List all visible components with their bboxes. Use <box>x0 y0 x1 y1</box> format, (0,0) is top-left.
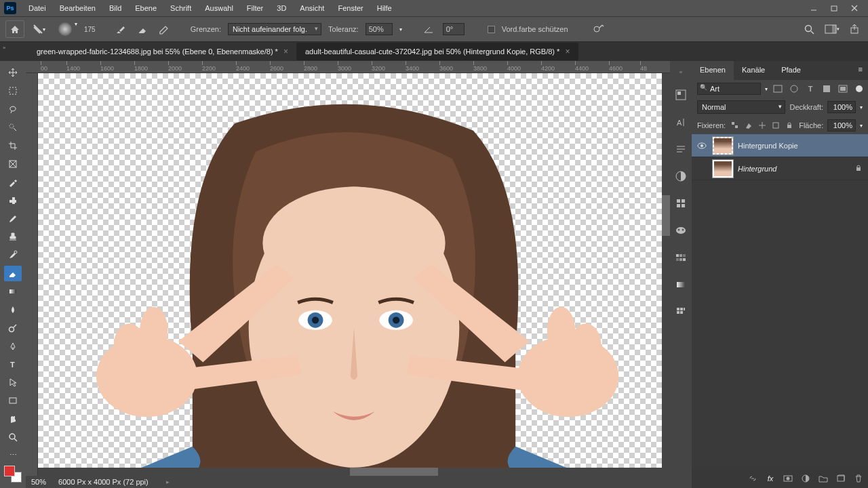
visibility-toggle[interactable] <box>696 140 708 152</box>
menu-bild[interactable]: Bild <box>102 1 128 15</box>
type-tool[interactable]: T <box>4 357 22 372</box>
angle-input[interactable]: 0° <box>443 23 465 35</box>
lock-all-icon[interactable] <box>784 120 795 131</box>
canvas-viewport[interactable] <box>38 73 670 476</box>
eyedropper-tool[interactable] <box>4 174 22 190</box>
layer-mask-icon[interactable] <box>783 473 793 484</box>
eraser-mode-icon[interactable] <box>135 22 150 37</box>
layer-name[interactable]: Hintergrund <box>738 165 850 173</box>
tab-kanaele[interactable]: Kanäle <box>734 61 773 80</box>
blend-mode-dropdown[interactable]: Normal <box>697 100 785 114</box>
brush-tool[interactable] <box>4 211 22 226</box>
layer-thumbnail[interactable] <box>712 136 734 155</box>
menu-fenster[interactable]: Fenster <box>331 1 370 15</box>
character-panel-icon[interactable]: A <box>673 115 688 129</box>
path-select-tool[interactable] <box>4 375 22 390</box>
zoom-level[interactable]: 50% <box>31 478 46 486</box>
marquee-tool[interactable] <box>4 83 22 99</box>
menu-auswahl[interactable]: Auswahl <box>198 1 240 15</box>
scrollbar-thumb[interactable] <box>662 195 670 236</box>
bounds-dropdown[interactable]: Nicht aufeinander folg. <box>228 23 321 35</box>
filter-toggle-icon[interactable] <box>856 85 863 92</box>
pen-tool[interactable] <box>4 338 22 354</box>
filter-smart-icon[interactable] <box>837 83 849 95</box>
lock-transparent-icon[interactable] <box>730 120 741 131</box>
zoom-tool[interactable] <box>4 430 22 445</box>
filter-type-icon[interactable]: T <box>804 83 816 95</box>
scrollbar-thumb[interactable] <box>350 468 438 476</box>
layer-row[interactable]: Hintergrund <box>692 157 868 180</box>
swatches-panel-icon[interactable] <box>673 250 688 265</box>
crop-tool[interactable] <box>4 138 22 154</box>
history-brush-tool[interactable] <box>4 247 22 263</box>
gradient-tool[interactable] <box>4 284 22 300</box>
chevron-left-icon[interactable]: « <box>679 69 682 75</box>
close-button[interactable] <box>845 1 864 15</box>
filter-shape-icon[interactable] <box>821 83 833 95</box>
tool-preset-icon[interactable]: ▾ <box>31 22 46 37</box>
color-swatches[interactable] <box>4 466 22 483</box>
pencil-mode-icon[interactable] <box>157 22 172 37</box>
menu-hilfe[interactable]: Hilfe <box>370 1 399 15</box>
maximize-button[interactable] <box>825 1 844 15</box>
healing-tool[interactable] <box>4 192 22 208</box>
dodge-tool[interactable] <box>4 320 22 336</box>
libraries-panel-icon[interactable] <box>673 196 688 211</box>
lock-pixels-icon[interactable] <box>743 120 754 131</box>
chevron-right-icon[interactable]: » <box>3 45 5 51</box>
menu-datei[interactable]: Datei <box>22 1 53 15</box>
horizontal-ruler[interactable]: 00 1400 1600 1800 2000 2200 2400 2600 28… <box>26 61 670 73</box>
document-tab-2[interactable]: adult-beautiful-casual-cute-372042.jpg b… <box>297 43 578 60</box>
layer-name[interactable]: Hintergrund Kopie <box>738 142 864 150</box>
lasso-tool[interactable] <box>4 102 22 117</box>
move-tool[interactable] <box>4 65 22 81</box>
share-icon[interactable] <box>848 22 863 37</box>
pressure-icon[interactable] <box>591 22 606 37</box>
minimize-button[interactable] <box>804 1 823 15</box>
vertical-scrollbar[interactable] <box>662 73 670 476</box>
adjustment-layer-icon[interactable] <box>800 473 811 484</box>
document-tab-1[interactable]: green-wrapped-fabric-1234688.jpg bei 55%… <box>28 43 297 60</box>
paragraph-panel-icon[interactable] <box>673 142 688 157</box>
menu-3d[interactable]: 3D <box>270 1 293 15</box>
tolerance-input[interactable]: 50% <box>366 23 393 35</box>
layer-thumbnail[interactable] <box>712 159 734 178</box>
fill-input[interactable]: 100% <box>827 119 856 131</box>
rectangle-tool[interactable] <box>4 393 22 409</box>
stamp-tool[interactable] <box>4 229 22 245</box>
color-panel-icon[interactable] <box>673 223 688 238</box>
brush-preview[interactable]: ▾ <box>53 20 77 39</box>
menu-filter[interactable]: Filter <box>240 1 270 15</box>
link-layers-icon[interactable] <box>747 473 758 484</box>
brush-panel-icon[interactable] <box>113 22 128 37</box>
tab-close-icon[interactable]: × <box>283 47 288 56</box>
layer-filter-search[interactable]: Art <box>697 83 761 95</box>
delete-layer-icon[interactable] <box>853 473 864 484</box>
tab-ebenen[interactable]: Ebenen <box>692 61 734 80</box>
patterns-panel-icon[interactable] <box>673 304 688 319</box>
layer-fx-icon[interactable]: fx <box>765 473 776 484</box>
vertical-ruler[interactable] <box>26 73 38 476</box>
menu-bearbeiten[interactable]: Bearbeiten <box>53 1 102 15</box>
search-icon[interactable] <box>802 22 816 37</box>
lock-artboard-icon[interactable] <box>770 120 781 131</box>
frame-tool[interactable] <box>4 156 22 171</box>
gradient-panel-icon[interactable] <box>673 277 688 292</box>
protect-fg-checkbox[interactable] <box>488 26 495 33</box>
filter-adjust-icon[interactable] <box>788 83 800 95</box>
tab-close-icon[interactable]: × <box>565 47 570 56</box>
new-layer-icon[interactable] <box>835 473 846 484</box>
lock-position-icon[interactable] <box>757 120 768 131</box>
tab-pfade[interactable]: Pfade <box>773 61 809 80</box>
menu-ebene[interactable]: Ebene <box>128 1 163 15</box>
filter-pixel-icon[interactable] <box>772 83 784 95</box>
group-layers-icon[interactable] <box>818 473 829 484</box>
opacity-input[interactable]: 100% <box>827 101 856 113</box>
visibility-toggle[interactable] <box>696 163 708 175</box>
blur-tool[interactable] <box>4 302 22 317</box>
history-panel-icon[interactable] <box>673 87 688 102</box>
menu-ansicht[interactable]: Ansicht <box>293 1 331 15</box>
horizontal-scrollbar[interactable] <box>38 468 662 476</box>
home-button[interactable] <box>5 20 24 38</box>
chevron-right-icon[interactable]: ▸ <box>166 479 170 485</box>
